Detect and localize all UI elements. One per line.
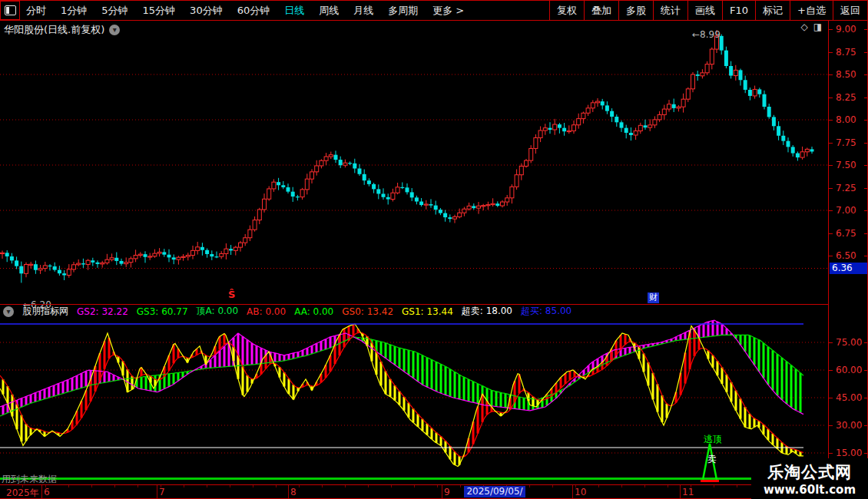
toolbar-item-月线[interactable]: 月线 <box>353 4 373 18</box>
price-axis-tick <box>829 120 833 121</box>
month-label: 9 <box>444 487 450 497</box>
toolbar-item-多周期[interactable]: 多周期 <box>388 4 418 18</box>
date-axis: 2025年 2025/09/05/五 67891011 <box>0 484 868 499</box>
indicator-value-顶A: 顶A: 0.00 <box>197 305 239 318</box>
month-divider <box>680 485 681 498</box>
month-divider <box>442 485 442 498</box>
chevron-down-icon[interactable]: ▾ <box>109 25 120 35</box>
toolbar-item-+自选[interactable]: +自选 <box>790 1 833 20</box>
toolbar-item-60分钟[interactable]: 60分钟 <box>237 4 270 18</box>
month-divider <box>288 485 289 498</box>
window-layout-button[interactable] <box>0 1 20 20</box>
year-label: 2025年 <box>6 487 39 499</box>
price-axis-tick <box>829 52 833 53</box>
escape-top-label: 逃顶 <box>704 433 722 446</box>
toolbar-item-周线[interactable]: 周线 <box>319 4 339 18</box>
news-badge[interactable]: 财 <box>648 292 659 303</box>
action-menu: 复权叠加多股统计画线F10标记+自选返回 <box>549 1 867 20</box>
toolbar-item-复权[interactable]: 复权 <box>549 1 584 20</box>
toolbar-item-30分钟[interactable]: 30分钟 <box>190 4 223 18</box>
toolbar-item-标记[interactable]: 标记 <box>755 1 790 20</box>
chart-corner-icons: ◇◨ <box>800 21 822 32</box>
toolbar-item-5分钟[interactable]: 5分钟 <box>101 4 128 18</box>
price-axis-label: 7.00 <box>836 205 856 216</box>
diamond-icon[interactable]: ◇ <box>800 21 807 32</box>
selected-date-box: 2025/09/05/五 <box>464 486 525 497</box>
price-axis-tick <box>829 256 833 256</box>
price-axis-label: 7.25 <box>836 183 856 193</box>
current-price-box: 6.36 <box>830 263 868 274</box>
indicator-value-GS2: GS2: 32.22 <box>77 306 128 317</box>
indicator-value-GS1: GS1: 13.44 <box>402 306 453 317</box>
indicator-value-GS0: GS0: 13.42 <box>342 306 393 317</box>
toolbar-item-日线[interactable]: 日线 <box>284 4 304 18</box>
main-chart-area[interactable]: 华阳股份(日线.前复权) ▾ ◇◨ ←6.20 ←8.99 Ŝ 财 <box>0 21 828 304</box>
watermark-title: 乐淘公式网 <box>767 461 852 483</box>
indicator-header: ▾ 股朋指标网 GS2: 32.22GS3: 60.77顶A: 0.00AB: … <box>3 306 571 317</box>
month-divider <box>157 485 157 498</box>
indicator-axis: 75.0060.0045.0030.0015.00 <box>828 304 868 484</box>
indicator-axis-label: 60.00 <box>836 365 862 375</box>
toolbar-item-更多 >[interactable]: 更多 > <box>432 4 464 18</box>
indicator-axis-tick <box>829 425 833 426</box>
indicator-axis-tick <box>829 453 833 454</box>
indicator-axis-tick <box>829 342 833 343</box>
indicator-axis-tick <box>829 370 833 371</box>
toolbar-item-F10[interactable]: F10 <box>722 1 755 20</box>
indicator-value-AB: AB: 0.00 <box>247 306 286 317</box>
sell-signal-marker: Ŝ <box>228 289 235 300</box>
toolbar-item-画线[interactable]: 画线 <box>687 1 722 20</box>
high-price-annotation: ←8.99 <box>692 29 721 40</box>
price-axis-label: 8.50 <box>836 69 856 80</box>
month-label: 8 <box>290 487 297 497</box>
price-axis-tick <box>829 233 833 234</box>
indicator-value-AA: AA: 0.00 <box>294 306 333 317</box>
toolbar-item-1分钟[interactable]: 1分钟 <box>61 4 87 18</box>
month-label: 11 <box>682 487 694 497</box>
candlestick-canvas[interactable] <box>0 21 828 304</box>
indicator-value-超卖: 超卖: 18.00 <box>462 305 512 318</box>
price-axis-label: 7.50 <box>836 160 856 170</box>
indicator-canvas[interactable] <box>0 305 828 484</box>
price-axis-label: 9.00 <box>836 24 856 35</box>
month-label: 6 <box>44 487 50 497</box>
sell-label: 卖 <box>707 453 717 466</box>
toolbar-item-15分钟[interactable]: 15分钟 <box>143 4 176 18</box>
price-axis-tick <box>829 188 833 189</box>
watermark-url: www.60lt.com <box>764 483 856 497</box>
toolbar-item-分时[interactable]: 分时 <box>26 4 46 18</box>
month-label: 7 <box>159 487 165 497</box>
price-axis-label: 7.75 <box>836 137 856 148</box>
window-layout-icon <box>5 5 16 15</box>
toolbar-item-多股[interactable]: 多股 <box>618 1 653 20</box>
toolbar-item-叠加[interactable]: 叠加 <box>584 1 618 20</box>
month-divider <box>41 485 42 498</box>
indicator-axis-tick <box>829 398 833 398</box>
indicator-name: 股朋指标网 <box>22 305 68 318</box>
indicator-panel[interactable]: ▾ 股朋指标网 GS2: 32.22GS3: 60.77顶A: 0.00AB: … <box>0 304 828 484</box>
price-axis: 6.36 9.008.758.508.258.007.757.507.257.0… <box>828 21 868 304</box>
indicator-axis-label: 75.00 <box>836 337 862 348</box>
stock-app-window: 分时1分钟5分钟15分钟30分钟60分钟日线周线月线多周期更多 > 复权叠加多股… <box>0 0 868 499</box>
top-toolbar: 分时1分钟5分钟15分钟30分钟60分钟日线周线月线多周期更多 > 复权叠加多股… <box>0 0 868 21</box>
page-title: 华阳股份(日线.前复权) <box>4 23 104 37</box>
price-axis-label: 8.25 <box>836 92 856 103</box>
chevron-down-icon[interactable]: ▾ <box>3 306 14 317</box>
price-axis-tick <box>829 143 833 144</box>
split-square-icon[interactable]: ◨ <box>813 21 822 32</box>
indicator-value-超买: 超买: 85.00 <box>521 305 571 318</box>
price-axis-tick <box>829 97 833 98</box>
price-axis-label: 8.00 <box>836 114 856 125</box>
price-axis-tick <box>829 29 833 30</box>
watermark: 乐淘公式网 www.60lt.com <box>751 458 868 499</box>
month-divider <box>572 485 573 498</box>
price-axis-label: 6.50 <box>836 250 856 261</box>
toolbar-item-统计[interactable]: 统计 <box>653 1 687 20</box>
indicator-axis-label: 45.00 <box>836 392 862 403</box>
month-label: 10 <box>575 487 586 497</box>
indicator-axis-label: 30.00 <box>836 420 862 431</box>
price-axis-tick <box>829 210 833 211</box>
toolbar-item-返回[interactable]: 返回 <box>833 1 867 20</box>
price-axis-tick <box>829 74 833 75</box>
price-axis-label: 8.75 <box>836 47 856 58</box>
